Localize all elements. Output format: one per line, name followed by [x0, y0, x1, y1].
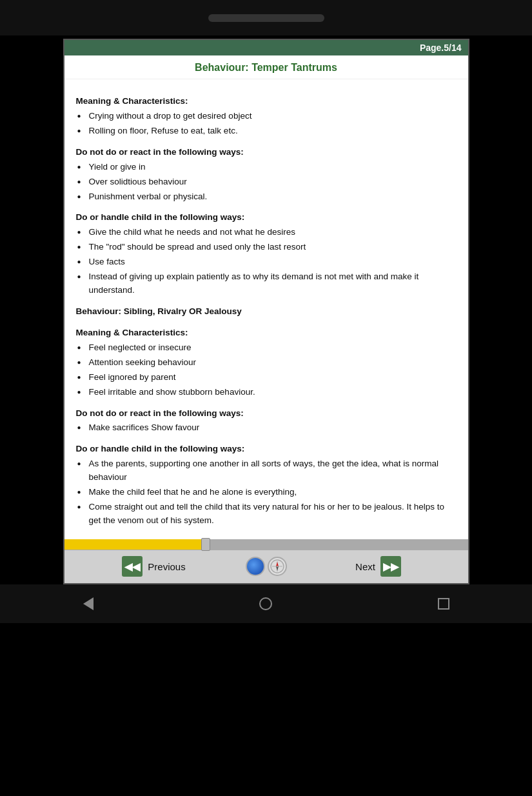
- bullet-list-4: Feel neglected or insecure Attention see…: [76, 341, 457, 399]
- list-item: Feel irritable and show stubborn behavio…: [76, 386, 457, 399]
- bullet-list-5: Make sacrifices Show favour: [76, 421, 457, 435]
- bullet-list-2: Yield or give in Over solidtious behavio…: [76, 161, 457, 204]
- home-button[interactable]: [259, 597, 272, 610]
- nav-center-icons: [244, 557, 289, 576]
- previous-label: Previous: [148, 561, 185, 572]
- list-item: Give the child what he needs and not wha…: [76, 226, 457, 239]
- previous-icon: ◀◀: [122, 556, 143, 577]
- page-title: Behaviour: Temper Tantrums: [64, 55, 468, 79]
- recents-button[interactable]: [438, 598, 449, 610]
- list-item: Make the child feel that he and he alone…: [76, 486, 457, 499]
- section-heading-6: Do or handle child in the following ways…: [76, 443, 457, 456]
- nav-bar: ◀◀ Previous Next ▶▶: [64, 550, 468, 583]
- bottom-space: [0, 623, 532, 796]
- list-item: As the parents, supporting one another i…: [76, 457, 457, 484]
- page-indicator: Page.5/14: [420, 43, 462, 53]
- list-item: Come straight out and tell the child tha…: [76, 501, 457, 528]
- bullet-list-6: As the parents, supporting one another i…: [76, 457, 457, 528]
- list-item: Attention seeking behaviour: [76, 356, 457, 370]
- section-heading-4: Behaviour: Sibling, Rivalry OR Jealousy: [76, 305, 457, 319]
- page-header: Page.5/14: [64, 40, 468, 55]
- list-item: Rolling on floor, Refuse to eat, talk et…: [76, 124, 457, 138]
- device-frame: Page.5/14 Behaviour: Temper Tantrums Mea…: [63, 39, 469, 584]
- progress-bar[interactable]: [64, 539, 468, 550]
- section-heading-1: Meaning & Characteristics:: [76, 95, 457, 108]
- compass-icon: [268, 557, 287, 576]
- section-heading-5: Do not do or react in the following ways…: [76, 407, 457, 421]
- back-button[interactable]: [83, 597, 94, 610]
- list-item: Crying without a drop to get desired obj…: [76, 110, 457, 123]
- section-heading-2: Do not do or react in the following ways…: [76, 146, 457, 159]
- next-icon: ▶▶: [380, 556, 401, 577]
- list-item: Feel ignored by parent: [76, 371, 457, 384]
- android-nav-bar: [0, 584, 532, 623]
- section-heading-4b: Meaning & Characteristics:: [76, 326, 457, 340]
- bullet-list-3: Give the child what he needs and not wha…: [76, 226, 457, 297]
- next-label: Next: [355, 561, 375, 572]
- next-button[interactable]: Next ▶▶: [289, 550, 468, 583]
- list-item: Punishment verbal or physical.: [76, 190, 457, 204]
- section-heading-3: Do or handle child in the following ways…: [76, 211, 457, 224]
- list-item: Over solidtious behaviour: [76, 175, 457, 189]
- list-item: Make sacrifices Show favour: [76, 421, 457, 435]
- speaker-grill: [208, 14, 324, 22]
- top-bar: [0, 0, 532, 35]
- progress-bar-thumb[interactable]: [201, 538, 210, 551]
- page-content: Meaning & Characteristics: Crying withou…: [64, 79, 468, 539]
- previous-button[interactable]: ◀◀ Previous: [64, 550, 244, 583]
- list-item: Instead of giving up explain patiently a…: [76, 270, 457, 297]
- list-item: Feel neglected or insecure: [76, 341, 457, 355]
- progress-bar-fill: [64, 539, 206, 550]
- list-item: Yield or give in: [76, 161, 457, 174]
- list-item: Use facts: [76, 255, 457, 269]
- globe-icon: [246, 557, 265, 576]
- bullet-list-1: Crying without a drop to get desired obj…: [76, 110, 457, 138]
- list-item: The "rod" should be spread and used only…: [76, 241, 457, 254]
